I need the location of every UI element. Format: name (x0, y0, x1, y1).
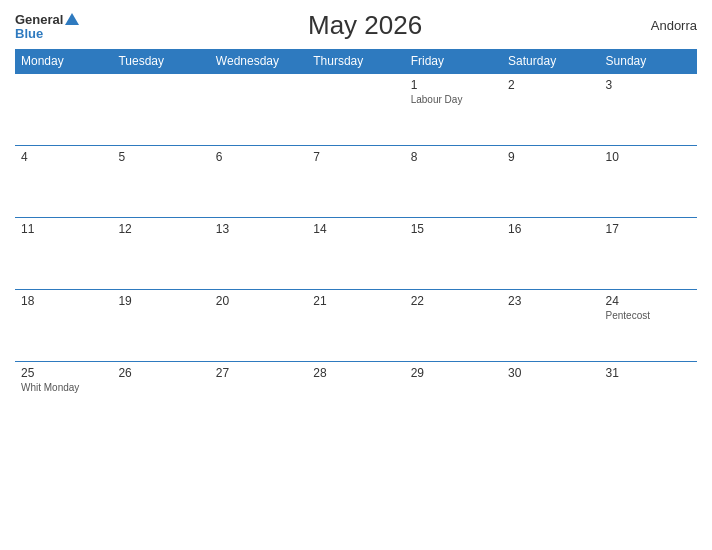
calendar-cell: 21 (307, 290, 404, 362)
week-row-3: 11121314151617 (15, 218, 697, 290)
day-number: 8 (411, 150, 496, 164)
week-row-4: 18192021222324Pentecost (15, 290, 697, 362)
calendar-cell: 13 (210, 218, 307, 290)
calendar-cell: 31 (600, 362, 697, 434)
event-label: Pentecost (606, 310, 691, 321)
calendar-cell: 12 (112, 218, 209, 290)
day-number: 23 (508, 294, 593, 308)
day-number: 3 (606, 78, 691, 92)
day-header-tuesday: Tuesday (112, 49, 209, 74)
day-number: 17 (606, 222, 691, 236)
calendar-cell (15, 74, 112, 146)
calendar-cell: 17 (600, 218, 697, 290)
day-number: 9 (508, 150, 593, 164)
calendar-cell: 3 (600, 74, 697, 146)
calendar-cell: 6 (210, 146, 307, 218)
event-label: Labour Day (411, 94, 496, 105)
calendar-cell: 30 (502, 362, 599, 434)
header: General Blue May 2026 Andorra (15, 10, 697, 41)
day-header-saturday: Saturday (502, 49, 599, 74)
day-number: 7 (313, 150, 398, 164)
calendar-cell: 1Labour Day (405, 74, 502, 146)
day-number: 13 (216, 222, 301, 236)
page: General Blue May 2026 Andorra MondayTues… (0, 0, 712, 550)
calendar-cell: 2 (502, 74, 599, 146)
week-row-5: 25Whit Monday262728293031 (15, 362, 697, 434)
day-number: 25 (21, 366, 106, 380)
calendar-cell (112, 74, 209, 146)
calendar-title: May 2026 (79, 10, 650, 41)
calendar-cell: 23 (502, 290, 599, 362)
calendar-cell: 22 (405, 290, 502, 362)
calendar-cell: 29 (405, 362, 502, 434)
calendar-cell: 10 (600, 146, 697, 218)
day-number: 18 (21, 294, 106, 308)
week-row-1: 1Labour Day23 (15, 74, 697, 146)
day-number: 4 (21, 150, 106, 164)
calendar-table: MondayTuesdayWednesdayThursdayFridaySatu… (15, 49, 697, 434)
calendar-cell: 14 (307, 218, 404, 290)
day-number: 11 (21, 222, 106, 236)
calendar-cell: 7 (307, 146, 404, 218)
day-number: 2 (508, 78, 593, 92)
logo: General Blue (15, 11, 79, 40)
day-number: 21 (313, 294, 398, 308)
logo-triangle-icon (65, 13, 79, 25)
day-number: 26 (118, 366, 203, 380)
calendar-cell: 20 (210, 290, 307, 362)
day-number: 16 (508, 222, 593, 236)
calendar-cell (210, 74, 307, 146)
day-number: 5 (118, 150, 203, 164)
day-header-friday: Friday (405, 49, 502, 74)
calendar-cell: 16 (502, 218, 599, 290)
calendar-cell: 28 (307, 362, 404, 434)
days-of-week-row: MondayTuesdayWednesdayThursdayFridaySatu… (15, 49, 697, 74)
calendar-cell: 26 (112, 362, 209, 434)
day-number: 15 (411, 222, 496, 236)
calendar-cell: 4 (15, 146, 112, 218)
calendar-cell: 5 (112, 146, 209, 218)
day-header-monday: Monday (15, 49, 112, 74)
day-header-sunday: Sunday (600, 49, 697, 74)
region-label: Andorra (651, 18, 697, 33)
day-number: 31 (606, 366, 691, 380)
day-header-wednesday: Wednesday (210, 49, 307, 74)
calendar-cell: 15 (405, 218, 502, 290)
day-number: 20 (216, 294, 301, 308)
day-number: 6 (216, 150, 301, 164)
logo-blue: Blue (15, 27, 79, 40)
day-number: 10 (606, 150, 691, 164)
calendar-header: MondayTuesdayWednesdayThursdayFridaySatu… (15, 49, 697, 74)
calendar-body: 1Labour Day23456789101112131415161718192… (15, 74, 697, 434)
calendar-cell: 19 (112, 290, 209, 362)
calendar-cell: 27 (210, 362, 307, 434)
day-number: 1 (411, 78, 496, 92)
day-number: 19 (118, 294, 203, 308)
day-number: 27 (216, 366, 301, 380)
day-number: 30 (508, 366, 593, 380)
day-number: 22 (411, 294, 496, 308)
day-number: 14 (313, 222, 398, 236)
calendar-cell: 25Whit Monday (15, 362, 112, 434)
event-label: Whit Monday (21, 382, 106, 393)
day-number: 12 (118, 222, 203, 236)
week-row-2: 45678910 (15, 146, 697, 218)
logo-text: General (15, 11, 79, 27)
day-number: 29 (411, 366, 496, 380)
calendar-cell: 18 (15, 290, 112, 362)
day-number: 24 (606, 294, 691, 308)
calendar-cell: 24Pentecost (600, 290, 697, 362)
calendar-cell: 8 (405, 146, 502, 218)
calendar-cell (307, 74, 404, 146)
calendar-cell: 11 (15, 218, 112, 290)
calendar-cell: 9 (502, 146, 599, 218)
day-number: 28 (313, 366, 398, 380)
day-header-thursday: Thursday (307, 49, 404, 74)
logo-general: General (15, 12, 63, 27)
